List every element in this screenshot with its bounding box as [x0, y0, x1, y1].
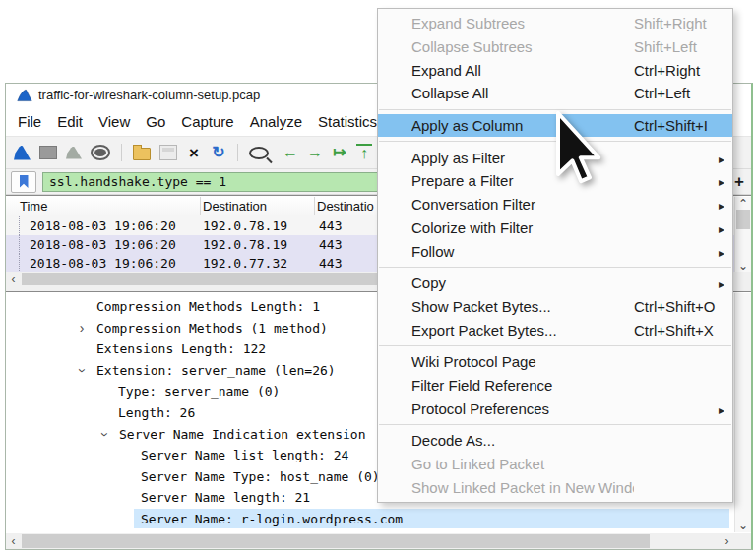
menu-item-protocol-preferences[interactable]: Protocol Preferences — [378, 397, 732, 420]
menu-item-shortcut: Ctrl+Left — [634, 85, 724, 101]
menu-item-shortcut: Ctrl+Shift+X — [634, 322, 724, 339]
menu-item-label: Expand Subtrees — [411, 15, 634, 31]
detail-row-text: Extension: server_name (len=26) — [96, 360, 336, 381]
vscroll-thumb[interactable] — [736, 210, 750, 229]
submenu-arrow-icon — [711, 219, 724, 236]
menu-item-label: Protocol Preferences — [411, 400, 634, 417]
scroll-up-arrow-icon[interactable]: ⌃ — [735, 197, 751, 210]
menu-item-label: Collapse All — [411, 85, 634, 101]
menu-item-export-packet-bytes[interactable]: Export Packet Bytes...Ctrl+Shift+X — [378, 318, 732, 341]
go-to-packet-icon[interactable]: ↦ — [332, 145, 347, 160]
capture-options-icon[interactable] — [91, 145, 110, 160]
packet-destination-port: 443 — [319, 218, 342, 233]
menu-item-collapse-subtrees: Collapse SubtreesShift+Left — [378, 35, 732, 59]
scroll-left-arrow-icon[interactable]: ‹ — [6, 272, 21, 286]
detail-row-text: Compression Methods (1 method) — [96, 318, 328, 339]
toolbar-separator — [121, 144, 122, 161]
menu-item-label: Colorize with Filter — [411, 219, 634, 236]
packet-destination-port: 443 — [319, 237, 342, 252]
menu-item-label: Follow — [411, 243, 634, 260]
menu-item-label: Copy — [411, 275, 634, 291]
packet-time: 2018-08-03 19:06:20 — [30, 237, 176, 252]
menu-item-collapse-all[interactable]: Collapse AllCtrl+Left — [378, 82, 732, 105]
submenu-arrow-icon — [711, 400, 724, 417]
detail-row-selected[interactable]: Server Name: r-login.wordpress.com — [6, 509, 734, 529]
filter-bookmark-button[interactable] — [11, 171, 36, 193]
menu-item-conversation-filter[interactable]: Conversation Filter — [378, 193, 732, 216]
bookmark-icon — [20, 175, 29, 188]
menubar-item-view[interactable]: View — [91, 109, 138, 134]
packet-destination: 192.0.77.32 — [203, 256, 287, 271]
menu-item-colorize-with-filter[interactable]: Colorize with Filter — [378, 216, 732, 240]
hscroll-thumb[interactable] — [22, 534, 650, 548]
details-vscrollbar[interactable]: ⌄ — [734, 293, 751, 532]
menu-item-wiki-protocol-page[interactable]: Wiki Protocol Page — [378, 350, 732, 374]
open-capture-file-icon[interactable] — [133, 148, 151, 160]
reload-capture-file-icon[interactable]: ↻ — [211, 145, 226, 160]
save-capture-file-icon[interactable] — [159, 145, 177, 160]
expand-expander-icon[interactable]: › — [76, 318, 88, 339]
packet-list-vscrollbar[interactable]: ⌃ ⌄ — [734, 197, 751, 272]
screenshot-canvas: traffic-for-wireshark-column-setup.pcap … — [0, 0, 756, 554]
menu-item-shortcut: Ctrl+Shift+I — [634, 117, 724, 134]
find-packet-icon[interactable] — [249, 147, 269, 159]
menu-item-label: Filter Field Reference — [411, 377, 634, 394]
menu-item-shortcut: Shift+Right — [634, 15, 724, 31]
packet-time: 2018-08-03 19:06:20 — [30, 256, 176, 271]
scroll-left-arrow-icon[interactable]: ‹ — [6, 533, 21, 549]
menu-item-show-packet-bytes[interactable]: Show Packet Bytes...Ctrl+Shift+O — [378, 295, 732, 319]
menu-item-label: Show Linked Packet in New Window — [411, 479, 634, 496]
menu-item-copy[interactable]: Copy — [378, 272, 732, 295]
menu-item-decode-as[interactable]: Decode As... — [378, 429, 732, 453]
menu-item-filter-field-reference[interactable]: Filter Field Reference — [378, 374, 732, 398]
menubar-item-analyze[interactable]: Analyze — [242, 109, 310, 134]
close-capture-file-icon[interactable]: × — [186, 145, 202, 161]
column-header-destinatio[interactable]: Destinatio — [317, 199, 374, 214]
scroll-down-arrow-icon[interactable]: ⌄ — [735, 519, 751, 532]
column-header-time[interactable]: Time — [20, 199, 47, 214]
collapse-expander-icon[interactable]: › — [94, 428, 115, 440]
menu-item-follow[interactable]: Follow — [378, 239, 732, 263]
details-hscrollbar[interactable]: ‹ › — [6, 533, 734, 549]
menu-item-shortcut: Ctrl+Right — [634, 62, 724, 79]
toolbar-separator — [237, 144, 238, 161]
submenu-arrow-icon — [711, 275, 724, 291]
menubar-item-edit[interactable]: Edit — [49, 109, 91, 134]
menu-item-label: Expand All — [411, 62, 634, 79]
context-menu-separator — [379, 345, 731, 346]
collapse-expander-icon[interactable]: › — [72, 364, 93, 376]
detail-row-text: Length: 26 — [118, 402, 195, 423]
go-forward-icon[interactable]: → — [307, 145, 323, 160]
wireshark-start-capture-icon[interactable] — [14, 146, 31, 160]
detail-row-text: Server Name: r-login.wordpress.com — [141, 509, 403, 529]
scrollbar-corner — [734, 533, 751, 549]
column-separator[interactable] — [200, 197, 201, 215]
column-separator[interactable] — [314, 197, 315, 215]
menu-item-expand-all[interactable]: Expand AllCtrl+Right — [378, 58, 732, 82]
packet-destination: 192.0.78.19 — [203, 218, 287, 233]
context-menu: Expand SubtreesShift+RightCollapse Subtr… — [377, 8, 733, 503]
column-header-destination[interactable]: Destination — [203, 199, 267, 214]
menu-item-label: Export Packet Bytes... — [411, 322, 634, 339]
packet-destination-port: 443 — [319, 256, 342, 271]
detail-row-text: Type: server_name (0) — [118, 381, 280, 401]
menu-item-show-linked-packet-in-new-window: Show Linked Packet in New Window — [378, 475, 732, 499]
menubar-item-file[interactable]: File — [10, 109, 49, 134]
packet-destination: 192.0.78.19 — [203, 237, 287, 252]
mouse-cursor — [554, 111, 611, 196]
detail-row-text: Compression Methods Length: 1 — [96, 296, 320, 317]
submenu-arrow-icon — [711, 196, 724, 213]
menubar-item-statistics[interactable]: Statistics — [310, 109, 385, 134]
go-to-first-packet-icon[interactable]: ↑ — [356, 144, 372, 161]
detail-row-text: Server Name Type: host_name (0) — [141, 466, 380, 487]
menu-item-label: Wiki Protocol Page — [411, 353, 634, 370]
menubar-item-go[interactable]: Go — [138, 109, 173, 134]
scroll-down-arrow-icon[interactable]: ⌄ — [735, 259, 751, 272]
scroll-right-arrow-icon[interactable]: › — [720, 533, 734, 549]
detail-row-text: Server Name length: 21 — [141, 487, 310, 508]
context-menu-separator — [379, 109, 731, 110]
stop-capture-icon[interactable] — [39, 146, 57, 159]
menubar-item-capture[interactable]: Capture — [173, 109, 241, 134]
restart-capture-icon[interactable] — [66, 147, 82, 159]
go-back-icon[interactable]: ← — [283, 145, 298, 160]
